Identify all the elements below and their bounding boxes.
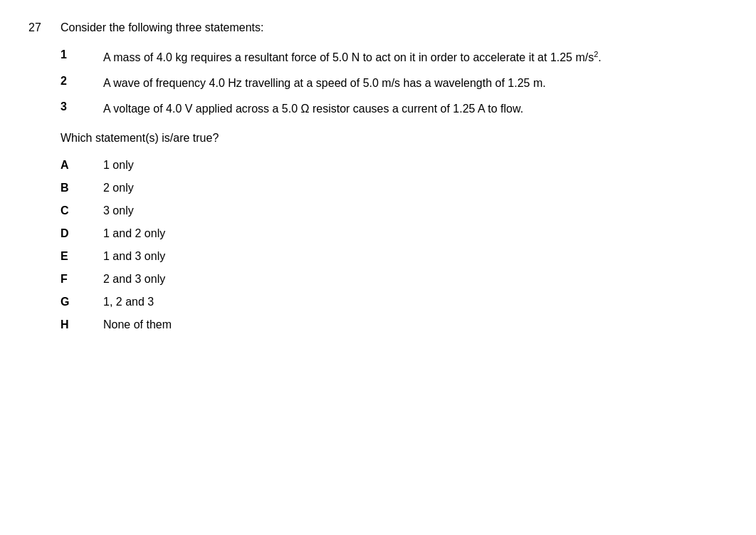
statement-text-1: A mass of 4.0 kg requires a resultant fo…: [103, 48, 602, 66]
option-text-d: 1 and 2 only: [103, 227, 165, 240]
question-prompt: Which statement(s) is/are true?: [61, 132, 728, 145]
option-text-e: 1 and 3 only: [103, 250, 165, 263]
option-row-h: H None of them: [61, 318, 728, 331]
option-text-h: None of them: [103, 318, 172, 331]
option-row-a: A 1 only: [61, 159, 728, 172]
option-text-f: 2 and 3 only: [103, 273, 165, 286]
statement-text-2: A wave of frequency 4.0 Hz travelling at…: [103, 75, 546, 92]
option-letter-c: C: [61, 204, 103, 217]
option-row-f: F 2 and 3 only: [61, 273, 728, 286]
question-intro: Consider the following three statements:: [61, 21, 263, 34]
options-list: A 1 only B 2 only C 3 only D 1 and 2 onl…: [61, 159, 728, 331]
option-letter-f: F: [61, 273, 103, 286]
option-text-g: 1, 2 and 3: [103, 296, 154, 308]
statements-table: 1 A mass of 4.0 kg requires a resultant …: [61, 48, 728, 118]
statement-row-2: 2 A wave of frequency 4.0 Hz travelling …: [61, 75, 728, 92]
statement-number-3: 3: [61, 100, 103, 113]
option-text-a: 1 only: [103, 159, 134, 172]
option-letter-d: D: [61, 227, 103, 240]
option-row-b: B 2 only: [61, 182, 728, 194]
option-letter-h: H: [61, 318, 103, 331]
option-text-c: 3 only: [103, 204, 134, 217]
option-text-b: 2 only: [103, 182, 134, 194]
option-row-g: G 1, 2 and 3: [61, 296, 728, 308]
option-letter-b: B: [61, 182, 103, 194]
statement-number-1: 1: [61, 48, 103, 61]
question-header: 27 Consider the following three statemen…: [28, 21, 728, 34]
option-row-c: C 3 only: [61, 204, 728, 217]
option-letter-e: E: [61, 250, 103, 263]
option-row-e: E 1 and 3 only: [61, 250, 728, 263]
statement-row-3: 3 A voltage of 4.0 V applied across a 5.…: [61, 100, 728, 118]
statement-row-1: 1 A mass of 4.0 kg requires a resultant …: [61, 48, 728, 66]
question-container: 27 Consider the following three statemen…: [28, 21, 728, 331]
statement-number-2: 2: [61, 75, 103, 88]
option-letter-g: G: [61, 296, 103, 308]
question-number: 27: [28, 21, 61, 34]
option-row-d: D 1 and 2 only: [61, 227, 728, 240]
option-letter-a: A: [61, 159, 103, 172]
statement-text-3: A voltage of 4.0 V applied across a 5.0 …: [103, 100, 523, 118]
